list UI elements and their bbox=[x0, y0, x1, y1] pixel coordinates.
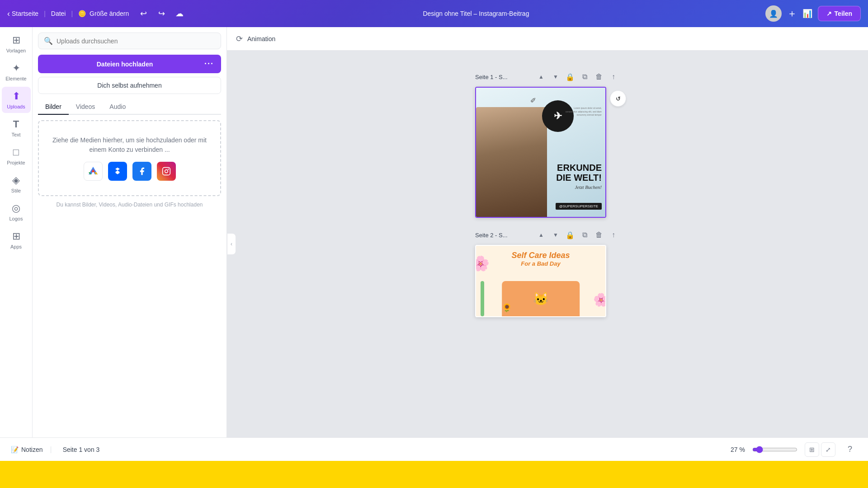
svg-rect-0 bbox=[162, 168, 170, 175]
page2-export-button[interactable]: ↑ bbox=[607, 229, 620, 241]
d2-left-flowers: 🌸 bbox=[476, 255, 490, 272]
dropbox-icon[interactable] bbox=[108, 162, 127, 181]
uploads-icon: ⬆ bbox=[12, 90, 20, 102]
more-icon: ··· bbox=[204, 59, 214, 69]
fullscreen-button[interactable]: ⤢ bbox=[821, 442, 835, 457]
drop-zone[interactable]: Ziehe die Medien hierher, um sie hochzul… bbox=[38, 120, 221, 196]
sidebar-item-apps[interactable]: ⊞ Apps bbox=[2, 227, 31, 253]
d2-title: Self Care Ideas For a Bad Day bbox=[489, 251, 593, 267]
page1-collapse-up[interactable]: ▲ bbox=[535, 70, 547, 83]
add-collaborator-button[interactable]: ＋ bbox=[787, 7, 797, 20]
facebook-icon[interactable] bbox=[132, 162, 151, 181]
page1-label: Seite 1 - S... bbox=[475, 74, 508, 80]
page1-header: Seite 1 - S... ▲ ▼ 🔒 ⧉ 🗑 ↑ bbox=[475, 70, 620, 83]
page2-block: Seite 2 - S... ▲ ▼ 🔒 ⧉ 🗑 ↑ 🌸 bbox=[475, 229, 620, 317]
d2-left-stem bbox=[481, 281, 484, 316]
d1-pencil-icon: ✏ bbox=[528, 95, 538, 105]
upload-label: Dateien hochladen bbox=[45, 61, 204, 68]
logos-label: Logos bbox=[9, 216, 23, 221]
share-button[interactable]: ↗ Teilen bbox=[818, 6, 861, 21]
google-drive-icon[interactable] bbox=[84, 162, 103, 181]
svg-point-2 bbox=[168, 169, 169, 170]
grid-view-button[interactable]: ⊞ bbox=[805, 442, 819, 457]
page1-collapse-down[interactable]: ▼ bbox=[549, 70, 562, 83]
stile-label: Stile bbox=[11, 188, 21, 193]
sidebar-item-uploads[interactable]: ⬆ Uploads bbox=[2, 87, 31, 113]
stats-icon[interactable]: 📊 bbox=[802, 9, 812, 19]
design2-bg: 🌸 Self Care Ideas For a Bad Day 🐱 🌸 bbox=[476, 246, 605, 316]
apps-icon: ⊞ bbox=[12, 230, 20, 242]
page1-copy-button[interactable]: ⧉ bbox=[578, 70, 591, 83]
d2-title-text: Self Care Ideas bbox=[489, 251, 593, 260]
file-button[interactable]: Datei bbox=[51, 10, 66, 17]
topbar: ‹ Startseite | Datei | 🪙 Größe ändern ↩ … bbox=[0, 0, 868, 27]
page1-export-button[interactable]: ↑ bbox=[607, 70, 620, 83]
page1-lock-button[interactable]: 🔒 bbox=[564, 70, 576, 83]
sidebar-item-stile[interactable]: ◈ Stile bbox=[2, 171, 31, 197]
search-icon: 🔍 bbox=[44, 37, 53, 45]
tab-audio[interactable]: Audio bbox=[102, 99, 133, 115]
left-panel: 🔍 Dateien hochladen ··· Dich selbst aufn… bbox=[33, 27, 227, 461]
hint-text: Du kannst Bilder, Videos, Audio-Dateien … bbox=[38, 202, 221, 208]
share-arrow-icon: ↗ bbox=[826, 10, 832, 17]
search-box: 🔍 bbox=[38, 33, 221, 49]
projekte-icon: □ bbox=[13, 146, 19, 158]
back-button[interactable]: ‹ Startseite bbox=[7, 9, 38, 19]
page2-label: Seite 2 - S... bbox=[475, 232, 508, 239]
zoom-slider[interactable] bbox=[752, 446, 797, 453]
d1-cta: Jetzt Buchen! bbox=[556, 184, 602, 190]
undo-button[interactable]: ↩ bbox=[136, 6, 151, 21]
logos-icon: ◎ bbox=[12, 202, 20, 214]
d2-cat-emoji: 🐱 bbox=[533, 291, 549, 306]
topbar-separator2: | bbox=[71, 10, 73, 17]
page-indicator: Seite 1 von 3 bbox=[63, 446, 100, 453]
d1-tag: @SUPERSUPERSEITE bbox=[556, 203, 602, 210]
canvas-area: ⟳ Animation Seite 1 - S... ▲ ▼ 🔒 ⧉ 🗑 ↑ bbox=[227, 27, 868, 461]
upload-button[interactable]: Dateien hochladen ··· bbox=[38, 55, 221, 73]
refresh-button[interactable]: ↺ bbox=[610, 90, 626, 107]
page2-collapse-down[interactable]: ▼ bbox=[549, 229, 562, 241]
d1-text-area: ERKUNDEDIE WELT! Jetzt Buchen! bbox=[556, 163, 602, 190]
hide-panel-button[interactable]: ‹ bbox=[227, 233, 236, 255]
page2-delete-button[interactable]: 🗑 bbox=[593, 229, 605, 241]
page2-header: Seite 2 - S... ▲ ▼ 🔒 ⧉ 🗑 ↑ bbox=[475, 229, 620, 241]
search-input[interactable] bbox=[57, 38, 215, 45]
zoom-slider-container bbox=[752, 446, 797, 453]
notes-label: Notizen bbox=[21, 446, 42, 453]
drop-zone-text: Ziehe die Medien hierher, um sie hochzul… bbox=[46, 136, 213, 155]
instagram-icon[interactable] bbox=[157, 162, 176, 181]
sidebar-item-vorlagen[interactable]: ⊞ Vorlagen bbox=[2, 31, 31, 57]
text-label: Text bbox=[11, 132, 20, 137]
page2-collapse-up[interactable]: ▲ bbox=[535, 229, 547, 241]
page2-canvas[interactable]: 🌸 Self Care Ideas For a Bad Day 🐱 🌸 bbox=[475, 245, 606, 317]
sidebar-item-logos[interactable]: ◎ Logos bbox=[2, 199, 31, 225]
notes-button[interactable]: 📝 Notizen bbox=[11, 446, 42, 453]
animation-label: Animation bbox=[247, 35, 275, 42]
tab-bilder[interactable]: Bilder bbox=[38, 99, 69, 115]
d1-main-text: ERKUNDEDIE WELT! bbox=[556, 163, 602, 183]
stile-icon: ◈ bbox=[12, 174, 20, 186]
help-button[interactable]: ? bbox=[843, 442, 857, 457]
file-label: Datei bbox=[51, 10, 66, 17]
tab-videos[interactable]: Videos bbox=[69, 99, 103, 115]
sidebar-item-text[interactable]: T Text bbox=[2, 115, 31, 141]
d1-photo bbox=[476, 107, 547, 217]
d1-circle-icon: ✈ bbox=[554, 110, 562, 122]
selfie-button[interactable]: Dich selbst aufnehmen bbox=[38, 77, 221, 94]
page2-lock-button[interactable]: 🔒 bbox=[564, 229, 576, 241]
avatar[interactable]: 👤 bbox=[765, 5, 782, 22]
page1-canvas[interactable]: ✏ ✈ Lorem ipsum dolor sit amet, consecte… bbox=[475, 87, 606, 218]
save-button[interactable]: ☁ bbox=[172, 6, 187, 21]
vorlagen-label: Vorlagen bbox=[6, 48, 26, 53]
page2-copy-button[interactable]: ⧉ bbox=[578, 229, 591, 241]
sidebar-item-elemente[interactable]: ✦ Elemente bbox=[2, 59, 31, 85]
redo-button[interactable]: ↪ bbox=[154, 6, 169, 21]
resize-button[interactable]: 🪙 Größe ändern bbox=[78, 10, 129, 17]
animation-icon: ⟳ bbox=[236, 34, 243, 44]
page1-delete-button[interactable]: 🗑 bbox=[593, 70, 605, 83]
projekte-label: Projekte bbox=[7, 160, 25, 165]
cloud-service-icons bbox=[84, 162, 176, 181]
sidebar-item-projekte[interactable]: □ Projekte bbox=[2, 143, 31, 169]
canvas-scroll: Seite 1 - S... ▲ ▼ 🔒 ⧉ 🗑 ↑ bbox=[236, 60, 859, 452]
back-icon: ‹ bbox=[7, 9, 10, 19]
